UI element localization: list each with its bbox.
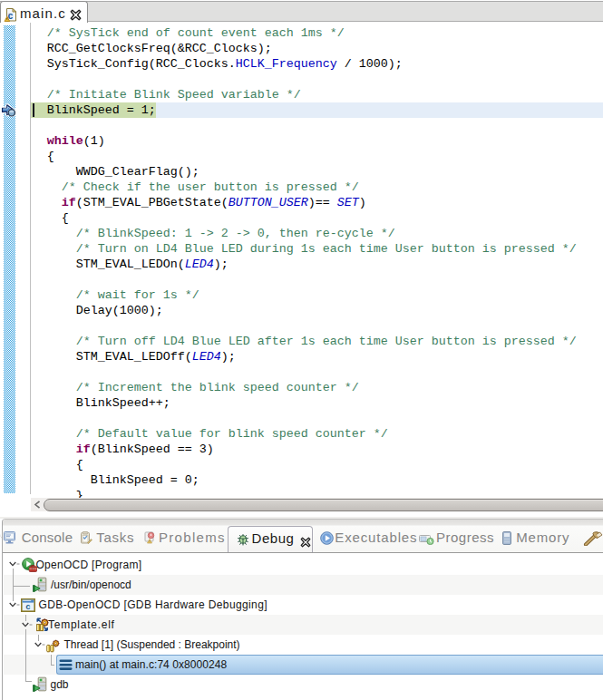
svg-text:c: c bbox=[25, 602, 30, 611]
